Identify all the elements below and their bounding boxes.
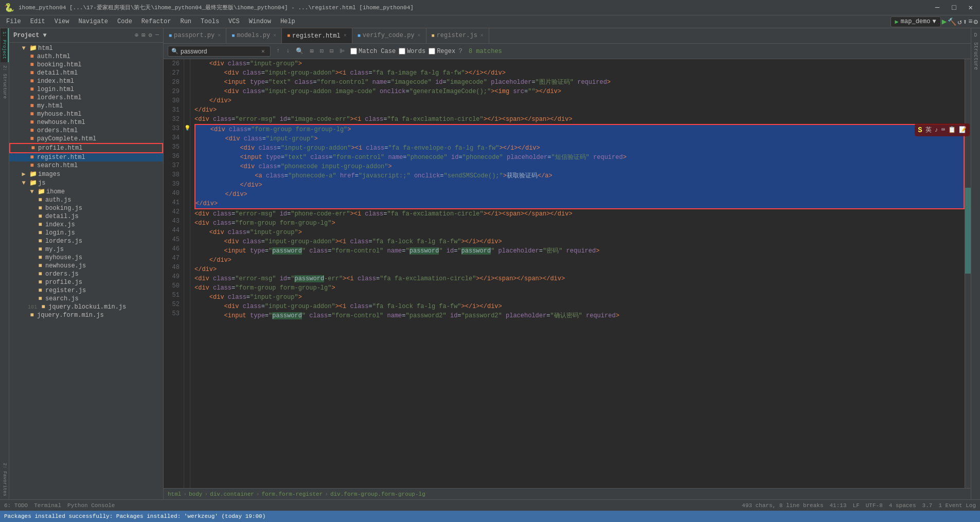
breadcrumb-container[interactable]: div.container bbox=[210, 491, 254, 497]
tree-file-paycomplete-html[interactable]: ■ payComplete.html bbox=[9, 135, 163, 143]
tree-file-booking-html[interactable]: ■ booking.html bbox=[9, 61, 163, 69]
regex-help-icon[interactable]: ? bbox=[458, 47, 462, 55]
tab-close-registerjs[interactable]: × bbox=[480, 33, 484, 39]
tree-folder-ihome[interactable]: ▼ 📁 ihome bbox=[9, 187, 163, 196]
tree-file-orders-js[interactable]: ■ orders.js bbox=[9, 270, 163, 278]
sidebar-project-tab[interactable]: 1: Project bbox=[1, 28, 9, 62]
breadcrumb-html[interactable]: html bbox=[168, 491, 181, 497]
terminal-button[interactable]: Terminal bbox=[34, 502, 61, 509]
menu-code[interactable]: Code bbox=[113, 17, 136, 26]
tree-file-profile-js[interactable]: ■ profile.js bbox=[9, 278, 163, 286]
settings-button[interactable]: ⚙ bbox=[974, 17, 978, 26]
run-button[interactable]: ▶ bbox=[942, 16, 947, 27]
regex-checkbox[interactable]: Regex bbox=[429, 48, 455, 55]
close-button[interactable]: ✕ bbox=[966, 2, 976, 13]
menu-help[interactable]: Help bbox=[276, 17, 299, 26]
tree-file-auth-js[interactable]: ■ auth.js bbox=[9, 196, 163, 204]
menu-refactor[interactable]: Refactor bbox=[137, 17, 175, 26]
tree-file-orders-html[interactable]: ■ orders.html bbox=[9, 127, 163, 135]
search-find-word-button[interactable]: 🔍 bbox=[293, 46, 306, 56]
code-editor[interactable]: 26 27 28 29 30 31 32 33 34 35 36 37 38 3… bbox=[164, 59, 971, 488]
tree-file-detail-html[interactable]: ■ detail.html bbox=[9, 69, 163, 77]
tree-folder-js[interactable]: ▼ 📁 js bbox=[9, 178, 163, 187]
tree-file-newhouse-js[interactable]: ■ newhouse.js bbox=[9, 262, 163, 270]
project-settings-icon[interactable]: ⚙ bbox=[149, 31, 152, 39]
tree-file-lorders-html[interactable]: ■ lorders.html bbox=[9, 94, 163, 102]
tree-file-search-html[interactable]: ■ search.html bbox=[9, 161, 163, 170]
search-input[interactable] bbox=[181, 48, 258, 55]
tree-file-myhouse-html[interactable]: ■ myhouse.html bbox=[9, 110, 163, 118]
right-panel-icon2[interactable]: Structure bbox=[972, 40, 979, 72]
update-button[interactable]: ⬆ bbox=[963, 17, 967, 26]
project-gear-icon[interactable]: ⊕ bbox=[135, 31, 138, 39]
project-layout-icon[interactable]: ⊞ bbox=[141, 31, 145, 39]
menu-run[interactable]: Run bbox=[176, 17, 195, 26]
menu-navigate[interactable]: Navigate bbox=[74, 17, 112, 26]
menu-window[interactable]: Window bbox=[245, 17, 275, 26]
words-input[interactable] bbox=[399, 48, 405, 55]
search-multiline-button[interactable]: ⊟ bbox=[327, 46, 336, 56]
search-options-button[interactable]: ⊫ bbox=[337, 46, 347, 56]
match-case-input[interactable] bbox=[350, 48, 357, 55]
menu-edit[interactable]: Edit bbox=[26, 17, 49, 26]
indent-size[interactable]: 4 spaces bbox=[889, 502, 916, 509]
run-config-selector[interactable]: ▶ map_demo ▼ bbox=[890, 16, 941, 27]
tree-file-my-js[interactable]: ■ my.js bbox=[9, 245, 163, 254]
sidebar-favorites-tab[interactable]: 2: Favorites bbox=[1, 460, 8, 499]
tab-close-passport[interactable]: × bbox=[218, 33, 221, 39]
menu-vcs[interactable]: VCS bbox=[224, 17, 244, 26]
words-checkbox[interactable]: Words bbox=[399, 48, 425, 55]
code-lines-area[interactable]: <div class="input-group"> <div class="in… bbox=[190, 59, 965, 488]
tab-models-py[interactable]: ■ models.py × bbox=[226, 28, 282, 43]
right-panel-icon1[interactable]: D bbox=[973, 30, 978, 40]
search-filter-button[interactable]: ⊞ bbox=[307, 46, 316, 56]
tree-file-search-js[interactable]: ■ search.js bbox=[9, 295, 163, 303]
menu-tools[interactable]: Tools bbox=[197, 17, 223, 26]
regex-input[interactable] bbox=[429, 48, 435, 55]
tree-file-profile-html[interactable]: ■ profile.html → bbox=[9, 143, 163, 153]
tree-file-login-html[interactable]: ■ login.html bbox=[9, 85, 163, 94]
tree-folder-html[interactable]: ▼ 📁 html bbox=[9, 44, 163, 52]
tab-register-js[interactable]: ■ register.js × bbox=[426, 28, 489, 43]
event-log-button[interactable]: 1 Event Log bbox=[938, 502, 976, 509]
project-minimize-icon[interactable]: ─ bbox=[155, 31, 159, 39]
tab-register-html[interactable]: ■ register.html × bbox=[282, 28, 352, 43]
match-case-checkbox[interactable]: Match Case bbox=[350, 48, 396, 55]
menu-view[interactable]: View bbox=[50, 17, 74, 26]
tree-file-auth-html[interactable]: ■ auth.html bbox=[9, 52, 163, 61]
todo-button[interactable]: 6: TODO bbox=[4, 502, 28, 509]
tree-file-myhouse-js[interactable]: ■ myhouse.js bbox=[9, 254, 163, 262]
breadcrumb-body[interactable]: body bbox=[189, 491, 202, 497]
tab-verify-code-py[interactable]: ■ verify_code.py × bbox=[352, 28, 426, 43]
tab-passport-py[interactable]: ■ passport.py × bbox=[164, 28, 226, 43]
tree-file-jquery-blockui[interactable]: 101 ■ jquery.blockui.min.js bbox=[9, 303, 163, 311]
search-wrap-button[interactable]: ⊡ bbox=[317, 46, 326, 56]
tab-close-models[interactable]: × bbox=[273, 33, 276, 39]
minimize-button[interactable]: ─ bbox=[932, 3, 942, 13]
search-next-button[interactable]: ↓ bbox=[283, 46, 292, 56]
tree-file-login-js[interactable]: ■ login.js bbox=[9, 229, 163, 237]
python-console-button[interactable]: Python Console bbox=[67, 502, 115, 509]
menu-file[interactable]: File bbox=[2, 17, 25, 26]
tab-close-verify[interactable]: × bbox=[418, 33, 421, 39]
tree-file-my-html[interactable]: ■ my.html bbox=[9, 102, 163, 110]
build-button[interactable]: 🔨 bbox=[948, 17, 956, 26]
breadcrumb-formgroup[interactable]: div.form-group.form-group-lg bbox=[330, 491, 425, 497]
tree-file-detail-js[interactable]: ■ detail.js bbox=[9, 212, 163, 221]
search-clear-button[interactable]: ✕ bbox=[260, 47, 266, 55]
line-ending[interactable]: LF bbox=[853, 502, 860, 509]
reload-button[interactable]: ↺ bbox=[957, 17, 961, 26]
encoding[interactable]: UTF-8 bbox=[866, 502, 883, 509]
tree-file-register-js[interactable]: ■ register.js bbox=[9, 286, 163, 295]
sidebar-structure-tab[interactable]: 2: Structure bbox=[1, 62, 8, 102]
maximize-button[interactable]: □ bbox=[949, 3, 959, 13]
tree-file-booking-js[interactable]: ■ booking.js bbox=[9, 204, 163, 212]
tree-file-newhouse-html[interactable]: ■ newhouse.html bbox=[9, 118, 163, 127]
coverage-button[interactable]: ≡ bbox=[968, 17, 972, 26]
breadcrumb-form[interactable]: form.form-register bbox=[261, 491, 323, 497]
tree-file-jquery-form[interactable]: ■ jquery.form.min.js bbox=[9, 311, 163, 319]
tree-file-lorders-js[interactable]: ■ lorders.js bbox=[9, 237, 163, 245]
tab-close-register[interactable]: × bbox=[344, 33, 347, 39]
tree-file-index-html[interactable]: ■ index.html bbox=[9, 77, 163, 85]
search-prev-button[interactable]: ↑ bbox=[274, 46, 282, 56]
